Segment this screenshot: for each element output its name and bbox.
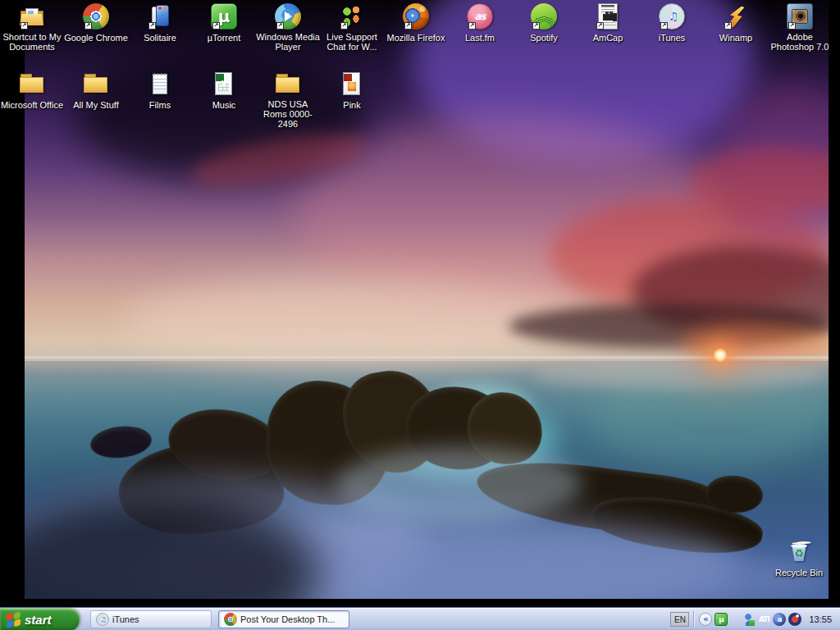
desktop[interactable]: Shortcut to My Documents Google Chrome S… <box>0 0 840 630</box>
desktop-icon-label: iTunes <box>659 33 686 43</box>
desktop-icon-shortcut-to-my-documents[interactable]: Shortcut to My Documents <box>0 3 64 53</box>
start-button[interactable]: start <box>0 608 80 630</box>
desktop-icon-winamp[interactable]: Winamp <box>704 3 768 44</box>
utorrent-tray-icon[interactable] <box>714 613 728 626</box>
desktop-icon-recycle-bin[interactable]: Recycle Bin <box>767 538 831 579</box>
desktop-icon-label: Adobe Photoshop 7.0 <box>768 32 832 52</box>
desktop-icon-films[interactable]: Films <box>128 71 192 112</box>
shortcut-arrow-icon <box>276 22 284 30</box>
desktop-icon-pink[interactable]: Pink <box>320 71 384 112</box>
desktop-icon-label: Google Chrome <box>64 33 128 43</box>
shortcut-arrow-icon <box>212 22 220 30</box>
desktop-icon-windows-media-player[interactable]: Windows Media Player <box>256 3 320 53</box>
folder-icon <box>19 71 45 97</box>
desktop-icon-label: Solitaire <box>144 33 176 43</box>
desktop-icon-label: Microsoft Office <box>1 100 63 110</box>
desktop-icon-label: Mozilla Firefox <box>387 33 445 43</box>
tray-divider <box>693 611 695 628</box>
desktop-icon-label: Films <box>149 100 171 110</box>
desktop-icon-spotify[interactable]: Spotify <box>512 3 576 44</box>
desktop-icon-label: Last.fm <box>465 33 495 43</box>
ati-tray-icon[interactable] <box>757 613 770 626</box>
start-button-label: start <box>25 613 52 627</box>
task-button-itunes[interactable]: iTunes <box>90 610 212 628</box>
desktop-icon-label: Recycle Bin <box>775 568 823 578</box>
shortcut-arrow-icon <box>532 22 540 30</box>
desktop-icon-music[interactable]: Music <box>192 71 256 112</box>
desktop-icon-label: Live Support Chat for W... <box>320 32 384 52</box>
shortcut-arrow-icon <box>148 22 156 30</box>
shortcut-arrow-icon <box>596 22 604 30</box>
shortcut-arrow-icon <box>468 22 476 30</box>
folder-icon <box>83 71 109 97</box>
desktop-icon-adobe-photoshop-7-0[interactable]: Adobe Photoshop 7.0 <box>768 3 832 53</box>
xls-icon <box>211 71 237 97</box>
system-tray: EN 13:55 <box>670 608 840 630</box>
desktop-icon-label: Music <box>212 100 236 110</box>
desktop-icon-amcap[interactable]: AmCap <box>576 3 640 44</box>
taskbar: start iTunesPost Your Desktop Th... EN 1… <box>0 607 840 630</box>
desktop-icon-itunes[interactable]: iTunes <box>640 3 704 44</box>
shortcut-arrow-icon <box>340 22 348 30</box>
hide-icons-chevron[interactable] <box>699 613 712 626</box>
desktop-icon-label: Windows Media Player <box>256 32 320 52</box>
desktop-icon-microsoft-office[interactable]: Microsoft Office <box>0 71 64 112</box>
messenger-tray-icon[interactable] <box>742 613 755 626</box>
desktop-icon-label: NDS USA Roms 0000-2496 <box>256 99 320 129</box>
shortcut-arrow-icon <box>84 22 92 30</box>
desktop-icon-label: Spotify <box>530 33 558 43</box>
task-button-label: Post Your Desktop Th... <box>240 614 335 624</box>
task-button-label: iTunes <box>112 614 139 624</box>
flag-quadrant <box>14 619 21 626</box>
folder-icon <box>275 71 301 97</box>
desktop-icon-nds-usa-roms-0000-2496[interactable]: NDS USA Roms 0000-2496 <box>256 71 320 130</box>
desktop-icon-label: Shortcut to My Documents <box>0 32 64 52</box>
desktop-icon-live-support-chat-for-w[interactable]: Live Support Chat for W... <box>320 3 384 53</box>
desktop-icon-label: All My Stuff <box>73 100 118 110</box>
desktop-icon-last-fm[interactable]: Last.fm <box>448 3 512 44</box>
task-button-post-your-desktop-th[interactable]: Post Your Desktop Th... <box>218 610 349 628</box>
shortcut-arrow-icon <box>788 22 796 30</box>
shortcut-arrow-icon <box>404 22 412 30</box>
notepad-icon <box>147 71 173 97</box>
windows-flag-icon <box>7 611 21 628</box>
ppt-icon <box>339 71 365 97</box>
recycle-icon <box>786 538 812 564</box>
desktop-icon-all-my-stuff[interactable]: All My Stuff <box>64 71 128 112</box>
chrome-icon <box>224 613 237 626</box>
avast-tray-icon[interactable] <box>788 613 801 626</box>
desktop-icon-label: µTorrent <box>208 33 241 43</box>
flag-quadrant <box>14 611 21 619</box>
itunes-icon <box>96 613 109 626</box>
desktop-icon-label: Pink <box>343 100 360 110</box>
desktop-icon-mozilla-firefox[interactable]: Mozilla Firefox <box>384 3 448 44</box>
flag-quadrant <box>7 620 13 628</box>
ball-a-tray-icon[interactable] <box>773 613 786 626</box>
shortcut-arrow-icon <box>660 22 668 30</box>
shortcut-arrow-icon <box>21 22 28 30</box>
desktop-icon-label: AmCap <box>593 33 623 43</box>
language-indicator[interactable]: EN <box>670 612 689 627</box>
desktop-icon-solitaire[interactable]: Solitaire <box>128 3 192 44</box>
tray-icons <box>714 613 801 626</box>
desktop-icons: Shortcut to My Documents Google Chrome S… <box>0 0 840 630</box>
shortcut-arrow-icon <box>724 22 732 30</box>
desktop-icon-label: Winamp <box>719 33 752 43</box>
clock[interactable]: 13:55 <box>804 614 835 624</box>
desktop-icon-torrent[interactable]: µTorrent <box>192 3 256 44</box>
flag-quadrant <box>7 613 13 620</box>
desktop-icon-google-chrome[interactable]: Google Chrome <box>64 3 128 44</box>
